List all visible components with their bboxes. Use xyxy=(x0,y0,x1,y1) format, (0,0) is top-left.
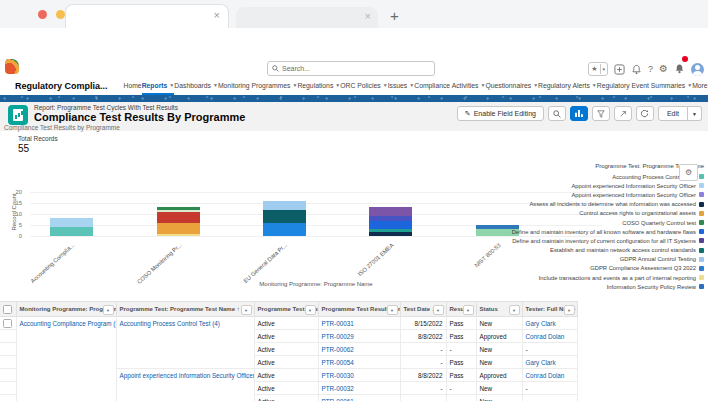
help-icon[interactable]: ? xyxy=(648,65,653,74)
bar-segment[interactable] xyxy=(369,232,412,236)
column-header-date[interactable]: Test Date ↓▼ xyxy=(400,302,446,317)
filter-button[interactable] xyxy=(592,106,610,121)
new-tab-button[interactable]: + xyxy=(390,7,399,24)
column-menu-icon[interactable]: ▼ xyxy=(305,305,316,315)
tester-cell: - xyxy=(522,382,577,395)
column-header-result[interactable]: Result▼ xyxy=(446,302,476,317)
app-name[interactable]: Regulatory Complia... xyxy=(15,81,108,91)
column-menu-icon[interactable]: ▼ xyxy=(509,305,520,315)
test-link[interactable]: Accounting Process Control Test (4) xyxy=(120,320,220,327)
state-cell: Approved xyxy=(476,369,522,382)
global-search-input[interactable]: Search... xyxy=(267,61,435,76)
column-header-tester[interactable]: Tester: Full Name▼ xyxy=(522,302,577,317)
legend-item: Assess all incidents to determine what i… xyxy=(544,200,704,209)
star-icon: ★ xyxy=(591,65,597,73)
notifications-button[interactable] xyxy=(674,60,685,78)
enable-field-editing-button[interactable]: ✎ Enable Field Editing xyxy=(457,106,544,121)
report-icon xyxy=(8,105,28,125)
number-link[interactable]: PTR-00061 xyxy=(322,398,354,401)
nav-item-regulations[interactable]: Regulations▼ xyxy=(297,77,340,95)
setup-gear-icon[interactable]: ⚙ xyxy=(659,64,668,74)
number-link[interactable]: PTR-00030 xyxy=(322,372,354,379)
bar-segment[interactable] xyxy=(157,210,200,212)
report-chart: Record Count 05101520Accounting Complia.… xyxy=(0,157,708,301)
find-in-report-button[interactable] xyxy=(548,106,566,121)
browser-tab-active[interactable]: × xyxy=(65,4,229,29)
nav-item-more[interactable]: More▼ xyxy=(692,77,708,95)
number-link[interactable]: PTR-00062 xyxy=(322,346,354,353)
bar-segment[interactable] xyxy=(369,221,412,230)
number-link[interactable]: PTR-00032 xyxy=(322,385,354,392)
edit-dropdown-icon[interactable]: ▼ xyxy=(688,106,702,121)
nav-item-orc-policies[interactable]: ORC Policies▼ xyxy=(340,77,387,95)
column-menu-icon[interactable]: ▼ xyxy=(387,305,398,315)
bar-segment[interactable] xyxy=(263,201,306,210)
nav-item-questionnaires[interactable]: Questionnaires▼ xyxy=(485,77,538,95)
column-menu-icon[interactable]: ▼ xyxy=(241,305,252,315)
legend-item: COSO Quarterly Control test xyxy=(544,218,704,227)
chart-settings-button[interactable]: ⚙ xyxy=(679,164,698,181)
bar-segment[interactable] xyxy=(50,227,93,236)
window-close-button[interactable] xyxy=(38,10,47,19)
date-cell: - xyxy=(400,343,446,356)
bell-icon[interactable] xyxy=(631,64,642,75)
column-header-status[interactable]: Programme Test: Status▼ xyxy=(254,302,318,317)
tester-link[interactable]: Gary Clark xyxy=(526,359,556,366)
tab-close-icon[interactable]: × xyxy=(214,9,220,21)
refresh-button[interactable] xyxy=(636,106,654,121)
bar-segment[interactable] xyxy=(157,212,200,223)
result-cell: - xyxy=(446,343,476,356)
select-all-checkbox[interactable] xyxy=(3,305,12,314)
programme-link[interactable]: Accounting Compliance Program (8) xyxy=(20,320,117,327)
bar-segment[interactable] xyxy=(369,216,412,220)
nav-item-regulatory-event-summaries[interactable]: Regulatory Event Summaries▼ xyxy=(597,77,692,95)
nav-item-home[interactable]: Home xyxy=(124,77,142,95)
column-header-state[interactable]: Status▼ xyxy=(476,302,522,317)
number-link[interactable]: PTR-00029 xyxy=(322,333,354,340)
bar-segment[interactable] xyxy=(263,210,306,223)
column-menu-icon[interactable]: ▼ xyxy=(564,305,575,315)
nav-item-dashboards[interactable]: Dashboards▼ xyxy=(174,77,218,95)
nav-item-reports[interactable]: Reports▼ xyxy=(142,77,175,95)
add-box-icon[interactable] xyxy=(614,64,625,75)
x-tick-label: EU General Data Pr... xyxy=(243,242,289,284)
bar-segment[interactable] xyxy=(369,207,412,216)
nav-item-issues[interactable]: Issues▼ xyxy=(388,77,415,95)
test-link[interactable]: Appoint experienced Information Security… xyxy=(120,372,255,379)
column-header-test[interactable]: Programme Test: Programme Test Name ↑▼ xyxy=(116,302,254,317)
table-row: ActivePTR-00032--New- xyxy=(0,382,577,395)
edit-button[interactable]: Edit xyxy=(658,106,688,121)
column-menu-icon[interactable]: ▼ xyxy=(103,305,114,315)
y-tick-label: 5 xyxy=(0,222,22,228)
state-cell: New xyxy=(476,343,522,356)
tester-link[interactable]: Conrad Dolan xyxy=(526,333,565,340)
bar-segment[interactable] xyxy=(157,223,200,234)
bar-segment[interactable] xyxy=(157,234,200,236)
tester-link[interactable]: Gary Clark xyxy=(526,320,556,327)
user-avatar[interactable] xyxy=(691,63,704,76)
row-checkbox[interactable] xyxy=(3,319,12,328)
collapse-button[interactable] xyxy=(614,106,632,121)
column-header-number[interactable]: Programme Test Result Number▼ xyxy=(318,302,400,317)
date-cell: - xyxy=(400,382,446,395)
bar-segment[interactable] xyxy=(369,229,412,231)
window-minimize-button[interactable] xyxy=(56,10,65,19)
nav-item-monitoring-programmes[interactable]: Monitoring Programmes▼ xyxy=(218,77,297,95)
column-menu-icon[interactable]: ▼ xyxy=(433,305,444,315)
favorites-button[interactable]: ★ ▾ xyxy=(588,62,608,76)
nav-item-compliance-activities[interactable]: Compliance Activities▼ xyxy=(414,77,485,95)
search-icon xyxy=(553,110,561,118)
bar-segment[interactable] xyxy=(263,223,306,236)
toggle-chart-button[interactable] xyxy=(570,106,588,121)
nav-item-regulatory-alerts[interactable]: Regulatory Alerts▼ xyxy=(538,77,597,95)
tab-close-icon[interactable]: × xyxy=(365,10,371,22)
number-link[interactable]: PTR-00054 xyxy=(322,359,354,366)
bar-segment[interactable] xyxy=(157,207,200,209)
table-row: Accounting Compliance Program (8)Account… xyxy=(0,317,577,330)
number-link[interactable]: PTR-00031 xyxy=(322,320,354,327)
bar-segment[interactable] xyxy=(50,218,93,227)
column-header-programme[interactable]: Monitoring Programme: Programme Name ↑▼ xyxy=(16,302,116,317)
column-menu-icon[interactable]: ▼ xyxy=(463,305,474,315)
browser-tab-inactive[interactable]: × xyxy=(236,7,378,28)
tester-link[interactable]: Conrad Dolan xyxy=(526,372,565,379)
